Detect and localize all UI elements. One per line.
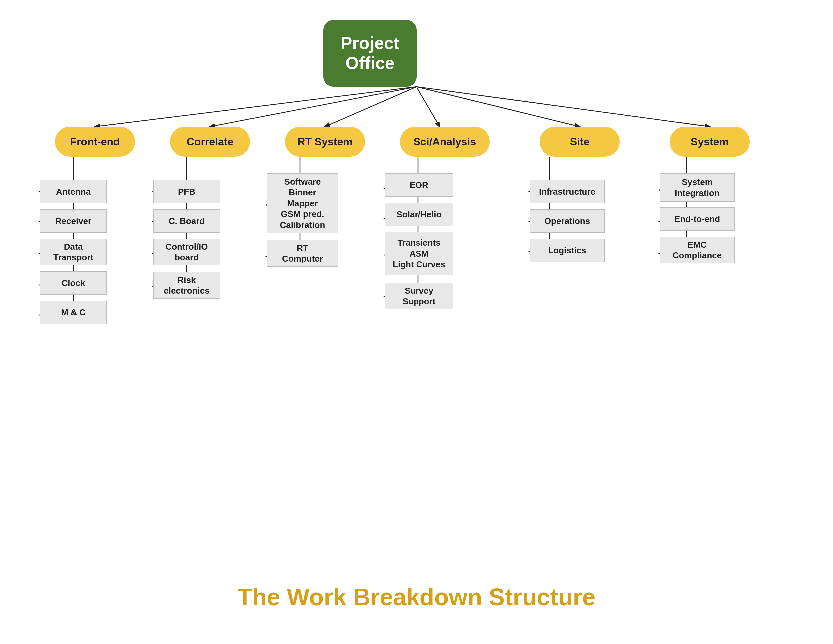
svg-line-4 <box>416 87 580 127</box>
label-system-integration: System Integration <box>675 177 719 198</box>
box-logistics: Logistics <box>530 239 605 262</box>
svg-line-5 <box>416 87 710 127</box>
page-title: The Work Breakdown Structure <box>238 584 596 610</box>
level1-scianalysis: Sci/Analysis <box>400 127 490 157</box>
box-emc-compliance: EMC Compliance <box>660 237 735 263</box>
label-mc: M & C <box>61 307 86 318</box>
svg-line-0 <box>95 87 416 127</box>
label-antenna: Antenna <box>56 186 91 197</box>
l1-frontend-label: Front-end <box>70 136 120 148</box>
box-data-transport: Data Transport <box>40 239 107 265</box>
label-emc-compliance: EMC Compliance <box>673 239 722 261</box>
l1-system-label: System <box>691 136 729 148</box>
svg-line-3 <box>416 87 440 127</box>
label-rt-computer: RT Computer <box>282 243 323 264</box>
root-label: Project Office <box>323 33 416 73</box>
box-antenna: Antenna <box>40 180 107 203</box>
label-infrastructure: Infrastructure <box>539 186 595 197</box>
label-eor: EOR <box>410 180 428 191</box>
l1-correlate-label: Correlate <box>187 136 233 148</box>
label-data-transport: Data Transport <box>53 242 93 263</box>
label-clock: Clock <box>62 278 85 289</box>
box-pfb: PFB <box>153 180 220 203</box>
box-rt-computer: RT Computer <box>267 240 338 267</box>
svg-line-1 <box>210 87 416 127</box>
title-section: The Work Breakdown Structure <box>0 583 833 611</box>
label-software-binner: Software Binner Mapper GSM pred. Calibra… <box>280 176 325 231</box>
box-mc: M & C <box>40 301 107 324</box>
label-survey-support: Survey Support <box>402 285 436 307</box>
l1-site-label: Site <box>570 136 590 148</box>
box-risk-electronics: Risk electronics <box>153 272 220 299</box>
diagram-container: Project Office Front-end Correlate RT Sy… <box>0 0 833 500</box>
box-controlio: Control/IO board <box>153 239 220 265</box>
label-receiver: Receiver <box>55 216 91 227</box>
label-end-to-end: End-to-end <box>674 214 720 225</box>
label-pfb: PFB <box>178 186 195 197</box>
box-survey-support: Survey Support <box>385 283 453 309</box>
box-eor: EOR <box>385 173 453 196</box>
level1-rtsystem: RT System <box>285 127 365 157</box>
label-solar-helio: Solar/Helio <box>397 209 442 220</box>
label-operations: Operations <box>544 216 590 227</box>
root-node: Project Office <box>323 20 416 87</box>
level1-frontend: Front-end <box>55 127 135 157</box>
l1-rtsystem-label: RT System <box>297 136 352 148</box>
box-operations: Operations <box>530 209 605 233</box>
box-solar-helio: Solar/Helio <box>385 203 453 226</box>
box-clock: Clock <box>40 271 107 295</box>
svg-line-2 <box>325 87 416 127</box>
label-cboard: C. Board <box>169 216 204 227</box>
label-controlio: Control/IO board <box>165 242 207 263</box>
level1-site: Site <box>540 127 620 157</box>
box-end-to-end: End-to-end <box>660 207 735 231</box>
label-risk-electronics: Risk electronics <box>164 275 209 296</box>
level1-correlate: Correlate <box>170 127 250 157</box>
label-transients: Transients ASM Light Curves <box>392 237 445 270</box>
box-system-integration: System Integration <box>660 173 735 202</box>
box-transients: Transients ASM Light Curves <box>385 232 453 275</box>
label-logistics: Logistics <box>548 245 586 256</box>
box-cboard: C. Board <box>153 209 220 233</box>
l1-scianalysis-label: Sci/Analysis <box>413 136 476 148</box>
box-software-binner: Software Binner Mapper GSM pred. Calibra… <box>267 173 338 233</box>
level1-system: System <box>670 127 750 157</box>
box-infrastructure: Infrastructure <box>530 180 605 203</box>
box-receiver: Receiver <box>40 209 107 233</box>
